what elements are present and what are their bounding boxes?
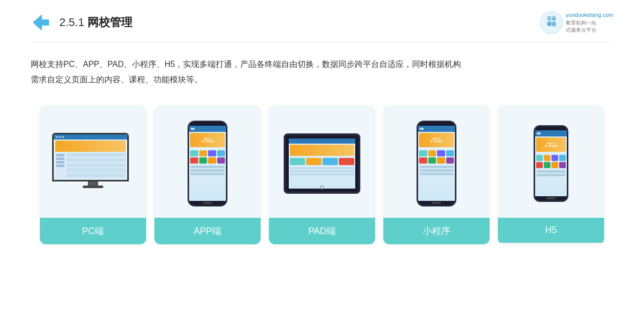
card-h5-label: H5 <box>498 218 604 243</box>
pad-device-area <box>269 105 375 218</box>
card-miniapp: 创进人的第一届兑换课 <box>383 105 490 244</box>
device-pc <box>52 133 134 194</box>
card-h5: 创进人的第一届兑换课 <box>498 105 604 244</box>
svg-text:课堂: 课堂 <box>547 21 557 27</box>
pc-device-area <box>40 105 146 218</box>
h5-device-area: 创进人的第一届兑换课 <box>498 105 604 218</box>
device-phone-miniapp: 创进人的第一届兑换课 <box>417 121 456 206</box>
device-phone-h5: 创进人的第一届兑换课 <box>534 125 568 202</box>
card-app: 创进人的第一届兑换课 <box>154 105 261 244</box>
svg-text:云朵: 云朵 <box>547 16 557 21</box>
brand-text: yunduoketang.com 教育机构一站 式服务云平台 <box>566 11 613 33</box>
device-tablet <box>284 133 360 194</box>
logo-arrow-icon <box>31 12 51 33</box>
header-left: 2.5.1 网校管理 <box>31 12 132 33</box>
app-device-area: 创进人的第一届兑换课 <box>154 105 261 218</box>
page-title: 2.5.1 网校管理 <box>59 15 132 30</box>
cards-container: PC端 创进人的第一届兑换课 <box>31 105 613 244</box>
description-text: 网校支持PC、APP、PAD、小程序、H5，实现多端打通，产品各终端自由切换，数… <box>31 57 613 87</box>
miniapp-device-area: 创进人的第一届兑换课 <box>383 105 490 218</box>
card-pad: PAD端 <box>269 105 375 244</box>
svg-marker-0 <box>33 14 49 31</box>
card-pc-label: PC端 <box>40 218 146 244</box>
card-pc: PC端 <box>40 105 146 244</box>
card-miniapp-label: 小程序 <box>383 218 490 244</box>
device-phone-app: 创进人的第一届兑换课 <box>188 121 227 206</box>
page: 2.5.1 网校管理 云朵 课堂 yunduoketang.com 教育机构一站… <box>0 0 644 322</box>
card-app-label: APP端 <box>154 218 261 244</box>
card-pad-label: PAD端 <box>269 218 375 244</box>
header: 2.5.1 网校管理 云朵 课堂 yunduoketang.com 教育机构一站… <box>31 0 613 42</box>
brand-icon: 云朵 课堂 <box>540 11 563 34</box>
brand-logo: 云朵 课堂 yunduoketang.com 教育机构一站 式服务云平台 <box>540 11 613 34</box>
pc-screen <box>52 133 129 181</box>
